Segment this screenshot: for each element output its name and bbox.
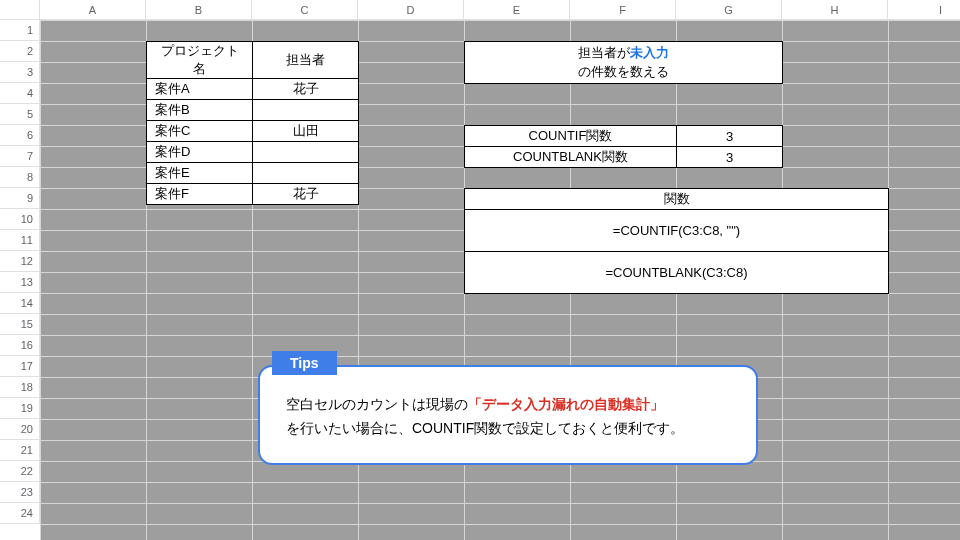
summary-title-blue: 未入力 xyxy=(630,45,669,60)
row-header-3[interactable]: 3 xyxy=(0,62,40,83)
column-header-A[interactable]: A xyxy=(40,0,146,20)
tips-line1-highlight: 「データ入力漏れの自動集計」 xyxy=(468,396,664,412)
formula-countblank[interactable]: =COUNTBLANK(C3:C8) xyxy=(465,252,889,294)
spreadsheet: ABCDEFGHI 123456789101112131415161718192… xyxy=(0,0,960,540)
row-header-12[interactable]: 12 xyxy=(0,251,40,272)
tips-callout: Tips 空白セルのカウントは現場の「データ入力漏れの自動集計」 を行いたい場合… xyxy=(258,365,758,465)
row-header-22[interactable]: 22 xyxy=(0,461,40,482)
countif-label[interactable]: COUNTIF関数 xyxy=(465,126,677,147)
countif-value[interactable]: 3 xyxy=(677,126,783,147)
table-row: COUNTIF関数 3 xyxy=(465,126,783,147)
row-header-13[interactable]: 13 xyxy=(0,272,40,293)
countblank-value[interactable]: 3 xyxy=(677,147,783,168)
table-row: 案件F 花子 xyxy=(147,184,359,205)
column-header-I[interactable]: I xyxy=(888,0,960,20)
row-header-14[interactable]: 14 xyxy=(0,293,40,314)
row-header-7[interactable]: 7 xyxy=(0,146,40,167)
countblank-label[interactable]: COUNTBLANK関数 xyxy=(465,147,677,168)
tips-box: 空白セルのカウントは現場の「データ入力漏れの自動集計」 を行いたい場合に、COU… xyxy=(258,365,758,465)
column-header-C[interactable]: C xyxy=(252,0,358,20)
row-header-19[interactable]: 19 xyxy=(0,398,40,419)
formula-countif[interactable]: =COUNTIF(C3:C8, "") xyxy=(465,210,889,252)
formula-header: 関数 xyxy=(465,189,889,210)
summary-counts-table: COUNTIF関数 3 COUNTBLANK関数 3 xyxy=(464,125,783,168)
row-header-1[interactable]: 1 xyxy=(0,20,40,41)
project-cell[interactable]: 案件A xyxy=(147,79,253,100)
row-header-4[interactable]: 4 xyxy=(0,83,40,104)
tips-line2: を行いたい場合に、COUNTIF関数で設定しておくと便利です。 xyxy=(286,420,684,436)
owner-cell[interactable]: 花子 xyxy=(253,79,359,100)
row-header-11[interactable]: 11 xyxy=(0,230,40,251)
select-all-corner[interactable] xyxy=(0,0,40,20)
table-row: 案件A 花子 xyxy=(147,79,359,100)
table-row: 案件E xyxy=(147,163,359,184)
row-header-2[interactable]: 2 xyxy=(0,41,40,62)
column-header-B[interactable]: B xyxy=(146,0,252,20)
column-header-F[interactable]: F xyxy=(570,0,676,20)
row-header-21[interactable]: 21 xyxy=(0,440,40,461)
projects-header-owner: 担当者 xyxy=(253,42,359,79)
row-header-18[interactable]: 18 xyxy=(0,377,40,398)
row-header-10[interactable]: 10 xyxy=(0,209,40,230)
row-header-17[interactable]: 17 xyxy=(0,356,40,377)
owner-cell[interactable]: 山田 xyxy=(253,121,359,142)
formula-table: 関数 =COUNTIF(C3:C8, "") =COUNTBLANK(C3:C8… xyxy=(464,188,889,294)
row-header-15[interactable]: 15 xyxy=(0,314,40,335)
summary-title-prefix: 担当者が xyxy=(578,45,630,60)
row-header-16[interactable]: 16 xyxy=(0,335,40,356)
column-header-E[interactable]: E xyxy=(464,0,570,20)
project-cell[interactable]: 案件C xyxy=(147,121,253,142)
table-row: 案件C 山田 xyxy=(147,121,359,142)
project-cell[interactable]: 案件D xyxy=(147,142,253,163)
summary-title-line2: の件数を数える xyxy=(578,64,669,79)
owner-cell[interactable] xyxy=(253,142,359,163)
row-header-5[interactable]: 5 xyxy=(0,104,40,125)
row-header-24[interactable]: 24 xyxy=(0,503,40,524)
owner-cell[interactable] xyxy=(253,163,359,184)
row-header-6[interactable]: 6 xyxy=(0,125,40,146)
tips-line1-before: 空白セルのカウントは現場の xyxy=(286,396,468,412)
projects-table: プロジェクト名 担当者 案件A 花子 案件B 案件C 山田 案件D 案件E 案件… xyxy=(146,41,359,205)
column-header-D[interactable]: D xyxy=(358,0,464,20)
project-cell[interactable]: 案件F xyxy=(147,184,253,205)
table-row: =COUNTIF(C3:C8, "") xyxy=(465,210,889,252)
project-cell[interactable]: 案件B xyxy=(147,100,253,121)
column-header-G[interactable]: G xyxy=(676,0,782,20)
row-header-23[interactable]: 23 xyxy=(0,482,40,503)
project-cell[interactable]: 案件E xyxy=(147,163,253,184)
row-header-20[interactable]: 20 xyxy=(0,419,40,440)
table-row: 案件D xyxy=(147,142,359,163)
table-row: 案件B xyxy=(147,100,359,121)
table-row: =COUNTBLANK(C3:C8) xyxy=(465,252,889,294)
projects-header-project: プロジェクト名 xyxy=(147,42,253,79)
column-header-H[interactable]: H xyxy=(782,0,888,20)
owner-cell[interactable] xyxy=(253,100,359,121)
row-header-8[interactable]: 8 xyxy=(0,167,40,188)
table-row: COUNTBLANK関数 3 xyxy=(465,147,783,168)
row-header-9[interactable]: 9 xyxy=(0,188,40,209)
summary-title-box: 担当者が未入力 の件数を数える xyxy=(464,41,783,84)
tips-tab: Tips xyxy=(272,351,337,375)
owner-cell[interactable]: 花子 xyxy=(253,184,359,205)
